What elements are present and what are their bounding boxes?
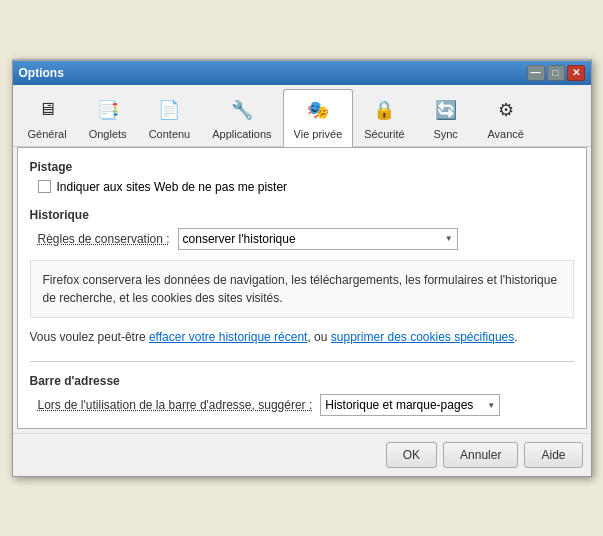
tab-onglets[interactable]: Onglets xyxy=(78,89,138,146)
address-select-arrow-icon: ▼ xyxy=(487,401,495,410)
options-window: Options — □ ✕ Général Onglets Contenu Ap… xyxy=(12,59,592,477)
tab-sync-label: Sync xyxy=(433,128,457,140)
tab-onglets-label: Onglets xyxy=(89,128,127,140)
tab-bar: Général Onglets Contenu Applications Vie… xyxy=(13,85,591,147)
window-controls: — □ ✕ xyxy=(527,65,585,81)
apps-icon xyxy=(226,94,258,126)
address-bar-section: Barre d'adresse Lors de l'utilisation de… xyxy=(30,374,574,416)
delete-cookies-link[interactable]: supprimer des cookies spécifiques xyxy=(331,330,514,344)
main-content: Pistage Indiquer aux sites Web de ne pas… xyxy=(17,147,587,429)
tracking-title: Pistage xyxy=(30,160,574,174)
history-rule-row: Règles de conservation : conserver l'his… xyxy=(38,228,574,250)
privacy-icon xyxy=(302,94,334,126)
tab-sync[interactable]: Sync xyxy=(416,89,476,146)
window-title: Options xyxy=(19,66,64,80)
history-link-row: Vous voulez peut-être effacer votre hist… xyxy=(30,328,574,347)
history-section: Historique Règles de conservation : cons… xyxy=(30,208,574,347)
minimize-button[interactable]: — xyxy=(527,65,545,81)
link-prefix: Vous voulez peut-être xyxy=(30,330,149,344)
tracking-checkbox-label: Indiquer aux sites Web de ne pas me pist… xyxy=(57,180,288,194)
sync-icon xyxy=(430,94,462,126)
help-button[interactable]: Aide xyxy=(524,442,582,468)
history-info-text: Firefox conservera les données de naviga… xyxy=(43,273,558,305)
title-bar: Options — □ ✕ xyxy=(13,61,591,85)
maximize-button[interactable]: □ xyxy=(547,65,565,81)
tab-advanced-label: Avancé xyxy=(487,128,524,140)
history-info-box: Firefox conservera les données de naviga… xyxy=(30,260,574,318)
tab-security[interactable]: Sécurité xyxy=(353,89,415,146)
tab-general-label: Général xyxy=(28,128,67,140)
close-button[interactable]: ✕ xyxy=(567,65,585,81)
tab-security-label: Sécurité xyxy=(364,128,404,140)
tab-privacy[interactable]: Vie privée xyxy=(283,89,354,147)
tracking-checkbox-row: Indiquer aux sites Web de ne pas me pist… xyxy=(38,180,574,194)
content-icon xyxy=(153,94,185,126)
address-bar-title: Barre d'adresse xyxy=(30,374,574,388)
tracking-section: Pistage Indiquer aux sites Web de ne pas… xyxy=(30,160,574,194)
clear-history-link[interactable]: effacer votre historique récent xyxy=(149,330,308,344)
section-divider xyxy=(30,361,574,362)
advanced-icon xyxy=(490,94,522,126)
cancel-button[interactable]: Annuler xyxy=(443,442,518,468)
tab-privacy-label: Vie privée xyxy=(294,128,343,140)
history-title: Historique xyxy=(30,208,574,222)
footer: OK Annuler Aide xyxy=(13,433,591,476)
tab-applications-label: Applications xyxy=(212,128,271,140)
select-arrow-icon: ▼ xyxy=(445,234,453,243)
security-icon xyxy=(368,94,400,126)
tab-contenu-label: Contenu xyxy=(149,128,191,140)
tab-general[interactable]: Général xyxy=(17,89,78,146)
link-suffix: . xyxy=(514,330,517,344)
tab-advanced[interactable]: Avancé xyxy=(476,89,536,146)
history-rule-label: Règles de conservation : xyxy=(38,232,170,246)
tabs-icon xyxy=(92,94,124,126)
address-bar-value: Historique et marque-pages xyxy=(325,398,473,412)
address-bar-select[interactable]: Historique et marque-pages ▼ xyxy=(320,394,500,416)
link-middle: , ou xyxy=(307,330,330,344)
tab-applications[interactable]: Applications xyxy=(201,89,282,146)
address-bar-label: Lors de l'utilisation de la barre d'adre… xyxy=(38,398,313,412)
history-rule-value: conserver l'historique xyxy=(183,232,296,246)
general-icon xyxy=(31,94,63,126)
history-rule-select[interactable]: conserver l'historique ▼ xyxy=(178,228,458,250)
tab-contenu[interactable]: Contenu xyxy=(138,89,202,146)
address-bar-row: Lors de l'utilisation de la barre d'adre… xyxy=(38,394,574,416)
tracking-checkbox[interactable] xyxy=(38,180,51,193)
ok-button[interactable]: OK xyxy=(386,442,437,468)
